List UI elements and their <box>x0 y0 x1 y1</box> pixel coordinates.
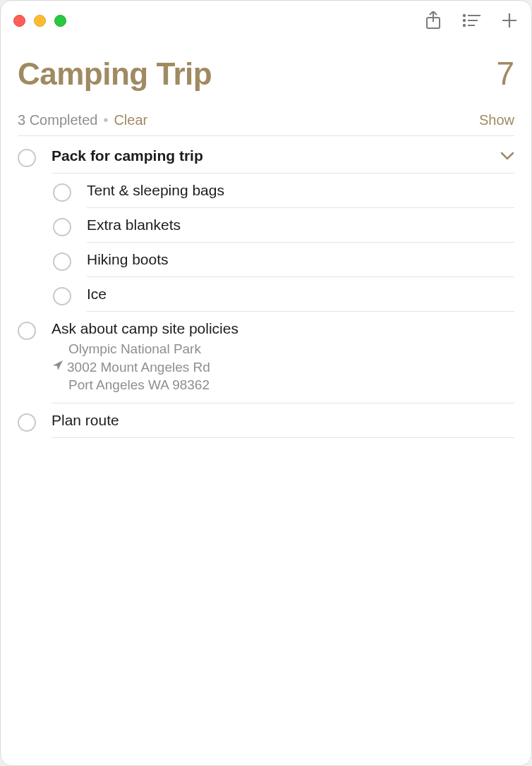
list-title: Camping Trip <box>18 56 212 92</box>
close-window-button[interactable] <box>13 15 25 27</box>
location-name: Olympic National Park <box>52 340 514 358</box>
todo-subitem[interactable]: Tent & sleeping bags <box>18 174 514 208</box>
svg-point-1 <box>464 15 465 16</box>
complete-checkbox[interactable] <box>18 413 36 432</box>
todo-title: Extra blankets <box>87 217 514 233</box>
content-area: Camping Trip 7 3 Completed • Clear Show … <box>1 40 531 765</box>
todo-title: Plan route <box>52 412 514 429</box>
subtask-group: Tent & sleeping bags Extra blankets Hiki… <box>18 174 514 312</box>
todo-item[interactable]: Plan route <box>18 403 514 438</box>
location-city: Port Angeles WA 98362 <box>52 376 514 394</box>
todo-title: Hiking boots <box>87 251 514 268</box>
todo-title: Tent & sleeping bags <box>87 182 514 199</box>
list-count: 7 <box>496 54 514 92</box>
todo-subitem[interactable]: Hiking boots <box>18 243 514 277</box>
show-completed-button[interactable]: Show <box>479 112 514 128</box>
add-icon[interactable] <box>500 11 519 30</box>
complete-checkbox[interactable] <box>53 287 71 305</box>
list-view-icon[interactable] <box>462 11 480 30</box>
todo-item[interactable]: Ask about camp site policies Olympic Nat… <box>18 312 514 403</box>
todo-item[interactable]: Pack for camping trip <box>18 139 514 174</box>
complete-checkbox[interactable] <box>53 183 71 202</box>
complete-checkbox[interactable] <box>53 218 71 236</box>
fullscreen-window-button[interactable] <box>54 15 66 27</box>
complete-checkbox[interactable] <box>18 322 36 340</box>
window-controls <box>13 15 66 27</box>
location-street: 3002 Mount Angeles Rd <box>67 358 210 377</box>
todo-title: Pack for camping trip <box>52 147 514 164</box>
complete-checkbox[interactable] <box>53 253 71 271</box>
todo-subitem[interactable]: Ice <box>18 277 514 312</box>
separator-dot: • <box>102 112 109 128</box>
list-header: Camping Trip 7 <box>18 54 514 92</box>
svg-point-5 <box>464 25 465 26</box>
app-window: Camping Trip 7 3 Completed • Clear Show … <box>0 0 532 766</box>
toolbar <box>424 11 519 30</box>
todo-list: Pack for camping trip Tent & sleeping ba… <box>18 139 514 438</box>
clear-button[interactable]: Clear <box>114 112 147 128</box>
completed-bar: 3 Completed • Clear Show <box>18 112 514 136</box>
complete-checkbox[interactable] <box>18 149 36 167</box>
completed-count-text: 3 Completed <box>18 112 97 128</box>
share-icon[interactable] <box>424 11 442 30</box>
todo-location[interactable]: Olympic National Park 3002 Mount Angeles… <box>52 340 514 394</box>
chevron-down-icon[interactable] <box>500 150 514 163</box>
todo-title: Ask about camp site policies <box>52 320 514 337</box>
todo-subitem[interactable]: Extra blankets <box>18 208 514 243</box>
completed-meta: 3 Completed • Clear <box>18 112 147 128</box>
minimize-window-button[interactable] <box>34 15 46 27</box>
titlebar <box>1 1 531 40</box>
todo-title: Ice <box>87 286 514 303</box>
svg-point-3 <box>464 20 465 21</box>
location-arrow-icon <box>52 358 64 377</box>
